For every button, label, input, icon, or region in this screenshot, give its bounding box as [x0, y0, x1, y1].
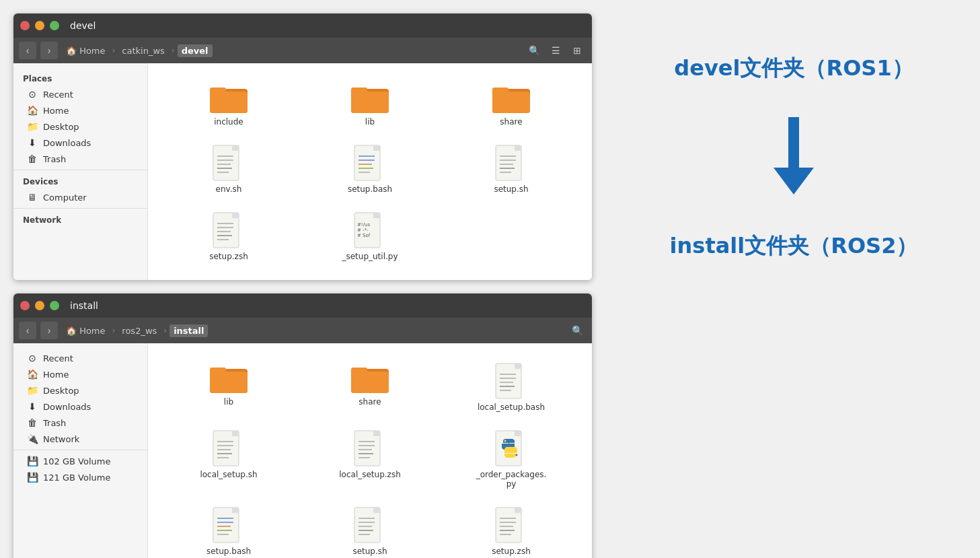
devices-title: Devices [13, 173, 147, 189]
breadcrumb-home-install[interactable]: 🏠 Home [62, 324, 110, 337]
file-setup-util-py[interactable]: #!/us # -*- # Sof _setup_util.py [303, 206, 437, 267]
back-button[interactable]: ‹ [19, 42, 36, 59]
titlebar-install: install [13, 293, 592, 318]
svg-rect-2 [210, 92, 248, 113]
volume-icon-102: 💾 [27, 456, 38, 466]
search-button[interactable]: 🔍 [525, 41, 543, 60]
minimize-button[interactable] [35, 21, 44, 30]
arrow-down [626, 117, 962, 198]
file-share-install[interactable]: share [303, 357, 437, 417]
places-title: Places [13, 70, 147, 86]
toolbar-actions-install: 🔍 [568, 321, 587, 340]
breadcrumb-catkin[interactable]: catkin_ws [118, 44, 169, 57]
file-setup-sh-install[interactable]: setup.sh [303, 501, 437, 558]
sidebar-item-102gb[interactable]: 💾 102 GB Volume [13, 453, 147, 469]
file-include[interactable]: include [161, 77, 296, 132]
svg-text:# -*-: # -*- [357, 228, 369, 233]
list-view-button[interactable]: ☰ [546, 41, 565, 60]
sidebar-item-trash-install[interactable]: 🗑 Trash [13, 415, 147, 431]
svg-rect-100 [515, 508, 521, 513]
svg-rect-71 [373, 431, 380, 436]
file-label-setup-sh-install: setup.sh [352, 547, 387, 556]
file-label-order-packages-py: _order_packages.py [476, 470, 547, 489]
close-button-install[interactable] [20, 301, 30, 310]
sidebar-item-desktop[interactable]: 📁 Desktop [13, 118, 147, 135]
svg-rect-79 [515, 431, 521, 436]
file-setup-bash[interactable]: setup.bash [303, 139, 437, 199]
svg-point-80 [504, 440, 506, 442]
fm-content-devel: include lib [148, 63, 592, 280]
sidebar-item-desktop-install[interactable]: 📁 Desktop [13, 382, 147, 398]
file-label-lib-install: lib [224, 397, 233, 407]
file-setup-bash-install[interactable]: setup.bash [161, 501, 296, 558]
sidebar-divider-install [13, 450, 147, 450]
file-order-packages-py[interactable]: _order_packages.py [444, 424, 578, 494]
breadcrumb-home[interactable]: 🏠 Home [62, 44, 110, 57]
search-button-install[interactable]: 🔍 [568, 321, 587, 340]
breadcrumb-ros2ws[interactable]: ros2_ws [118, 324, 161, 337]
sidebar-item-downloads[interactable]: ⬇ Downloads [13, 135, 147, 151]
file-label-local-setup-zsh: local_setup.zsh [339, 470, 401, 479]
breadcrumb-install: 🏠 Home › ros2_ws › install [62, 324, 564, 337]
forward-button-install[interactable]: › [40, 322, 58, 339]
sidebar-devel: Places ⊙ Recent 🏠 Home 📁 Desktop ⬇ Downl… [13, 63, 148, 280]
window-title-install: install [70, 300, 98, 311]
forward-button[interactable]: › [40, 42, 58, 59]
recent-icon-install: ⊙ [27, 353, 38, 363]
file-share[interactable]: share [444, 77, 578, 132]
folder-icon-include [209, 82, 249, 114]
sidebar-item-computer[interactable]: 🖥 Computer [13, 189, 147, 205]
svg-marker-107 [774, 168, 814, 195]
sidebar-item-trash[interactable]: 🗑 Trash [13, 151, 147, 167]
breadcrumb-install[interactable]: install [169, 324, 208, 337]
sidebar-item-recent[interactable]: ⊙ Recent [13, 86, 147, 102]
grid-view-button[interactable]: ⊞ [568, 41, 587, 60]
file-setup-zsh-install[interactable]: setup.zsh [444, 501, 578, 558]
breadcrumb-devel[interactable]: devel [178, 44, 213, 57]
downloads-icon-install: ⬇ [27, 401, 38, 412]
file-lib-install[interactable]: lib [161, 357, 296, 417]
file-label-local-setup-sh: local_setup.sh [200, 470, 257, 479]
doc-icon-setup-bash-install [212, 506, 246, 544]
minimize-button-install[interactable] [35, 301, 44, 310]
svg-rect-52 [351, 372, 389, 393]
toolbar-actions: 🔍 ☰ ⊞ [525, 41, 587, 60]
folder-icon-lib [350, 82, 390, 114]
sidebar-item-121gb[interactable]: 💾 121 GB Volume [13, 469, 147, 485]
file-label-include: include [214, 117, 243, 127]
file-local-setup-zsh[interactable]: local_setup.zsh [303, 424, 437, 494]
doc-icon-setup-zsh-install [494, 506, 528, 544]
network-title: Network [13, 211, 147, 228]
file-local-setup-sh[interactable]: local_setup.sh [161, 424, 296, 494]
svg-rect-27 [515, 145, 521, 151]
toolbar-devel: ‹ › 🏠 Home › catkin_ws › devel 🔍 ☰ ⊞ [13, 38, 592, 63]
file-lib[interactable]: lib [303, 77, 437, 132]
file-env-sh[interactable]: env.sh [161, 139, 296, 199]
sidebar-item-home[interactable]: 🏠 Home [13, 102, 147, 118]
svg-rect-8 [492, 92, 530, 113]
svg-rect-43 [373, 213, 380, 218]
sidebar-item-home-install[interactable]: 🏠 Home [13, 366, 147, 382]
file-label-setup-bash-install: setup.bash [206, 547, 251, 556]
sidebar-item-downloads-install[interactable]: ⬇ Downloads [13, 398, 147, 415]
file-setup-sh[interactable]: setup.sh [444, 139, 578, 199]
back-button-install[interactable]: ‹ [19, 322, 36, 339]
doc-icon-setup-bash [353, 144, 387, 182]
svg-rect-84 [232, 508, 239, 513]
close-button[interactable] [20, 21, 30, 30]
desktop-icon-install: 📁 [27, 385, 38, 396]
file-local-setup-bash[interactable]: local_setup.bash [444, 357, 578, 417]
annotation-top: devel文件夹（ROS1） [626, 54, 962, 110]
maximize-button-install[interactable] [50, 301, 59, 310]
sidebar-item-network-install[interactable]: 🔌 Network [13, 431, 147, 447]
sidebar-item-recent-install[interactable]: ⊙ Recent [13, 350, 147, 366]
doc-icon-env-sh [212, 144, 246, 182]
svg-rect-55 [515, 363, 521, 369]
file-setup-zsh[interactable]: setup.zsh [161, 206, 296, 267]
recent-icon: ⊙ [27, 89, 38, 100]
doc-icon-setup-zsh [212, 211, 246, 249]
svg-rect-11 [232, 145, 239, 151]
svg-rect-63 [232, 431, 239, 436]
maximize-button[interactable] [50, 21, 59, 30]
window-install: install ‹ › 🏠 Home › ros2_ws › install 🔍… [13, 293, 592, 558]
